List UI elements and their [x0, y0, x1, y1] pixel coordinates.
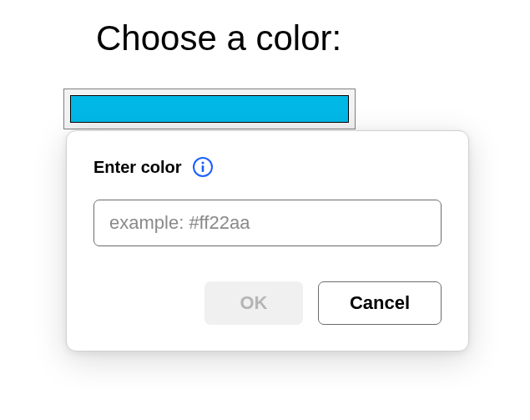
- svg-rect-2: [201, 165, 204, 172]
- info-icon[interactable]: [192, 156, 214, 178]
- dialog-header: Enter color: [93, 156, 442, 178]
- ok-button[interactable]: OK: [204, 281, 303, 325]
- color-swatch: [70, 95, 349, 123]
- cancel-button[interactable]: Cancel: [318, 281, 442, 325]
- dialog-button-row: OK Cancel: [93, 281, 442, 325]
- color-input-field[interactable]: [93, 200, 442, 246]
- color-input-dialog: Enter color OK Cancel: [66, 130, 469, 352]
- page-title: Choose a color:: [96, 18, 341, 58]
- dialog-title: Enter color: [93, 158, 182, 177]
- svg-point-1: [201, 161, 204, 164]
- color-preview-container[interactable]: [63, 89, 356, 129]
